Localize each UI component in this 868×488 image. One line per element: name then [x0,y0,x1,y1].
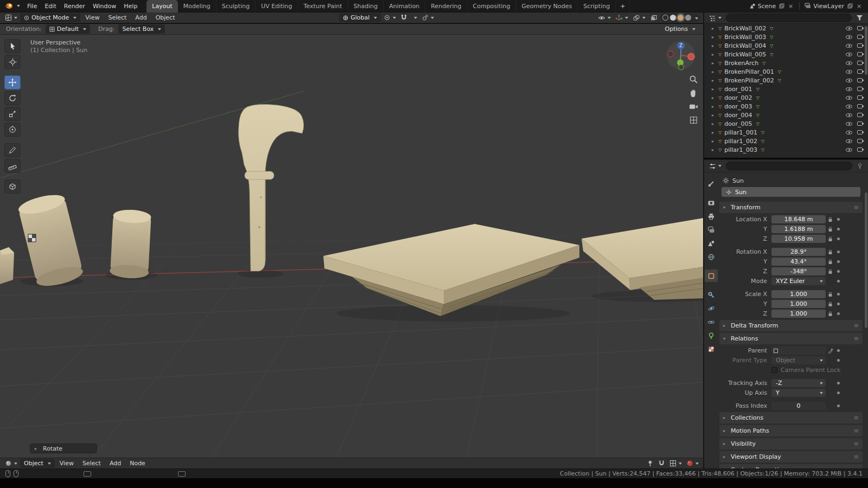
node-snap-dropdown[interactable] [668,459,684,468]
workspace-tab-rendering[interactable]: Rendering [425,0,467,12]
lock-scale-z[interactable] [826,311,834,317]
options-dropdown[interactable]: Options [661,24,699,34]
outliner-row[interactable]: ▸▽pillar1_002▽ [704,137,868,145]
outliner-item-label[interactable]: pillar1_003 [723,146,758,153]
outliner-row[interactable]: ▸▽BrokenPillar_002▽ [704,76,868,85]
outliner-item-label[interactable]: BrokenPillar_002 [723,77,775,84]
animate-rotation-mode[interactable] [834,280,842,282]
outliner-item-label[interactable]: BrokenPillar_001 [723,68,775,75]
animate-scale-z[interactable] [834,312,842,315]
move-tool[interactable] [4,75,21,89]
outliner-item-label[interactable]: BrickWall_003 [723,34,767,41]
outliner-editor-type-button[interactable] [707,13,723,23]
outliner-item-label[interactable]: BrickWall_004 [723,42,767,49]
disclosure-arrow[interactable]: ▸ [712,43,717,48]
drag-dropdown[interactable]: Select Box [118,24,165,34]
outliner-row[interactable]: ▸▽pillar1_001▽ [704,128,868,137]
hide-in-viewport-toggle[interactable] [846,87,852,91]
disable-in-renders-toggle[interactable] [857,104,863,108]
shading-wireframe-button[interactable] [662,15,668,21]
viewport-menu-select[interactable]: Select [104,11,130,24]
tab-physics[interactable] [705,302,718,314]
broken-pillar[interactable] [110,209,152,279]
rotation-y-field[interactable]: 43.4° [771,258,826,266]
menu-help[interactable]: Help [120,0,141,12]
lock-location-z[interactable] [826,236,834,242]
outliner-item-label[interactable]: BrickWall_002 [723,25,767,32]
node-snap-toggle[interactable] [656,459,667,468]
outliner-row[interactable]: ▸▽BrickWall_004▽ [704,41,868,50]
snap-settings-dropdown[interactable] [410,13,419,23]
visibility-panel-header[interactable]: ▸Visibility≡ [719,438,863,450]
scale-x-field[interactable]: 1.000 [771,290,826,298]
shading-solid-button[interactable] [670,15,676,21]
disable-in-renders-toggle[interactable] [857,78,863,82]
disclosure-arrow[interactable]: ▸ [712,69,717,74]
hide-in-viewport-toggle[interactable] [846,139,852,143]
hide-in-viewport-toggle[interactable] [846,27,852,30]
tab-constraints[interactable] [705,316,718,328]
hide-in-viewport-toggle[interactable] [846,53,852,56]
tab-world[interactable] [705,251,718,263]
properties-search-input[interactable] [726,162,852,170]
tab-object[interactable] [705,269,718,282]
disclosure-arrow[interactable]: ▸ [712,87,717,92]
outliner-search-input[interactable] [726,14,852,22]
lock-rotation-x[interactable] [826,249,834,255]
viewport-canvas[interactable] [0,35,704,458]
transform-tool[interactable] [4,123,21,137]
outliner-item-label[interactable]: pillar1_002 [723,138,758,145]
disable-in-renders-toggle[interactable] [857,26,863,30]
outliner-item-label[interactable]: pillar1_001 [723,129,758,136]
node-menu-node[interactable]: Node [126,457,149,470]
pin-toggle[interactable] [645,459,655,468]
outliner-row[interactable]: ▸▽door_002▽ [704,93,868,102]
disable-in-renders-toggle[interactable] [857,43,863,48]
viewport-menu-object[interactable]: Object [152,11,179,24]
toggle-ortho-button[interactable] [689,115,698,125]
disclosure-arrow[interactable]: ▸ [712,26,717,31]
editor-type-button-bottom[interactable] [3,459,19,468]
tab-modifiers[interactable] [705,288,718,301]
outliner-item-label[interactable]: door_001 [723,86,753,93]
workspace-tab-scripting[interactable]: Scripting [578,0,616,12]
annotate-tool[interactable] [4,143,21,157]
add-cube-tool[interactable] [4,179,21,194]
workspace-tab-layout[interactable]: Layout [146,0,177,12]
rotation-z-field[interactable]: -348° [771,267,826,275]
disable-in-renders-toggle[interactable] [857,87,863,91]
tab-view-layer[interactable] [705,223,718,236]
viewport-menu-view[interactable]: View [81,11,103,24]
mode-dropdown[interactable]: Object Mode [20,13,80,22]
outliner-item-label[interactable]: BrokenArch [723,60,760,67]
outliner-item-label[interactable]: door_005 [723,120,753,127]
disable-in-renders-toggle[interactable] [857,130,863,134]
disclosure-arrow[interactable]: ▸ [712,147,717,152]
viewport-3d[interactable]: User Perspective (1) Collection | Sun Z … [0,35,704,458]
animate-scale-y[interactable] [834,303,842,305]
disclosure-arrow[interactable]: ▸ [712,52,717,57]
xray-toggle[interactable] [648,13,659,23]
scale-tool[interactable] [4,107,21,121]
outliner-item-label[interactable]: door_002 [723,94,753,101]
disclosure-arrow[interactable]: ▸ [712,61,717,66]
remove-view-layer-button[interactable]: × [856,3,863,10]
stone-fragment[interactable] [0,247,14,284]
hide-in-viewport-toggle[interactable] [846,113,852,117]
outliner-row[interactable]: ▸▽BrokenArch▽ [704,59,868,67]
location-y-field[interactable]: 1.6188 m [771,225,826,233]
transform-orientation-dropdown[interactable]: Global [339,13,381,22]
outliner-row[interactable]: ▸▽BrickWall_002▽ [704,24,868,33]
tracking-axis-dropdown[interactable]: -Z [771,379,826,387]
collections-panel-header[interactable]: ▸Collections≡ [719,412,863,423]
animate-rotation-z[interactable] [834,270,842,273]
animate-parent[interactable] [834,349,842,352]
new-view-layer-button[interactable] [846,3,853,10]
checker-widget[interactable] [28,234,36,242]
up-axis-dropdown[interactable]: Y [771,389,826,397]
parent-type-dropdown[interactable]: Object [771,356,826,364]
disclosure-arrow[interactable]: ▸ [712,78,717,83]
show-object-types-dropdown[interactable] [596,13,612,23]
hide-in-viewport-toggle[interactable] [846,96,852,100]
pan-hand-button[interactable] [689,88,698,98]
